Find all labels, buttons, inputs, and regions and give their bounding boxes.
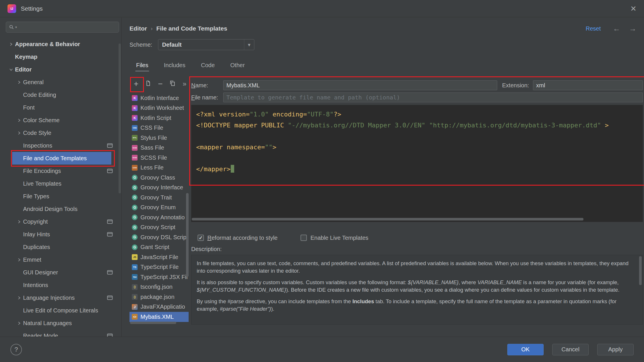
sidebar-item-code-style[interactable]: Code Style <box>0 127 121 139</box>
template-item-stylus-file[interactable]: STYLStylus File <box>129 133 189 143</box>
ok-button[interactable]: OK <box>507 344 544 355</box>
sidebar-item-inspections[interactable]: Inspections <box>0 139 121 152</box>
sidebar-item-live-edit-of-compose-literals[interactable]: Live Edit of Compose Literals <box>0 304 121 317</box>
search-input[interactable] <box>18 24 116 31</box>
sidebar-item-appearance-behavior[interactable]: Appearance & Behavior <box>0 38 121 50</box>
sidebar-item-file-types[interactable]: File Types <box>0 190 121 203</box>
groovy-file-icon: G <box>132 205 138 210</box>
sidebar-item-intentions[interactable]: Intentions <box>0 279 121 291</box>
template-item-label: Less File <box>140 164 164 171</box>
back-arrow-icon[interactable]: ← <box>613 25 620 32</box>
chevron-right-icon[interactable] <box>15 295 23 301</box>
chevron-right-icon[interactable] <box>15 79 23 85</box>
sidebar-item-code-editing[interactable]: Code Editing <box>0 88 121 101</box>
close-icon[interactable]: ✕ <box>630 5 637 12</box>
scheme-dropdown[interactable]: Default ▼ <box>158 39 254 50</box>
extension-input[interactable] <box>533 80 643 90</box>
chevron-right-icon[interactable] <box>15 117 23 123</box>
sidebar-item-language-injections[interactable]: Language Injections <box>0 291 121 304</box>
template-item-label: Groovy DSL Scrip <box>140 234 186 241</box>
search-history-arrow-icon[interactable]: ▾ <box>15 25 17 29</box>
tab-code[interactable]: Code <box>200 59 216 72</box>
template-item-groovy-script[interactable]: GGroovy Script <box>129 223 189 233</box>
template-item-javascript-file[interactable]: JSJavaScript File <box>129 252 189 262</box>
tab-includes[interactable]: Includes <box>163 59 186 72</box>
enable-live-templates-checkbox[interactable] <box>301 235 307 241</box>
template-item-less-file[interactable]: LESSLess File <box>129 163 189 173</box>
sidebar-item-editor[interactable]: Editor <box>0 63 121 76</box>
template-item-scss-file[interactable]: SASSSCSS File <box>129 153 189 163</box>
template-list-horizontal-scrollbar[interactable] <box>130 322 176 324</box>
copy-template-button[interactable] <box>168 79 177 89</box>
forward-arrow-icon[interactable]: → <box>629 25 637 32</box>
chevron-right-icon[interactable] <box>15 219 23 225</box>
file-name-input[interactable] <box>223 93 643 102</box>
sidebar-item-duplicates[interactable]: Duplicates <box>0 241 121 253</box>
sidebar-item-keymap[interactable]: Keymap <box>0 50 121 63</box>
sidebar-item-gui-designer[interactable]: GUI Designer <box>0 266 121 279</box>
template-item-label: Groovy Trait <box>140 194 172 201</box>
reformat-checkbox[interactable] <box>198 235 204 241</box>
more-actions-button[interactable]: » <box>180 79 189 89</box>
template-item-gant-script[interactable]: GGant Script <box>129 242 189 252</box>
sidebar-item-color-scheme[interactable]: Color Scheme <box>0 114 121 127</box>
reset-link[interactable]: Reset <box>586 25 601 32</box>
sidebar-item-emmet[interactable]: Emmet <box>0 253 121 266</box>
apply-button[interactable]: Apply <box>597 344 634 355</box>
template-code-editor[interactable]: <?xml version="1.0" encoding="UTF-8"?><!… <box>191 105 643 222</box>
breadcrumb-editor[interactable]: Editor <box>129 25 147 32</box>
template-item-javafxapplicatio[interactable]: JJavaFXApplicatio <box>129 302 189 312</box>
editor-horizontal-scrollbar[interactable] <box>192 218 583 220</box>
chevron-right-icon[interactable] <box>15 130 23 136</box>
template-item-groovy-dsl-scrip[interactable]: GGroovy DSL Scrip <box>129 232 189 242</box>
chevron-down-icon[interactable]: ▼ <box>244 39 254 50</box>
sidebar-item-file-and-code-templates[interactable]: File and Code Templates <box>0 152 121 165</box>
breadcrumb: Editor › File and Code Templates Reset ←… <box>129 23 637 34</box>
template-item-package-json[interactable]: {}package.json <box>129 292 189 302</box>
search-field[interactable]: ▾ <box>6 22 119 33</box>
add-template-button[interactable]: + <box>132 79 140 89</box>
sidebar-item-file-encodings[interactable]: File Encodings <box>0 165 121 177</box>
template-item-kotlin-worksheet[interactable]: KKotlin Worksheet <box>129 103 189 113</box>
template-item-typescript-jsx-fil[interactable]: TSXTypeScript JSX Fil <box>129 272 189 282</box>
help-button[interactable]: ? <box>10 344 22 355</box>
template-item-groovy-interface[interactable]: GGroovy Interface <box>129 183 189 193</box>
template-item-kotlin-interface[interactable]: KKotlin Interface <box>129 93 189 103</box>
chevron-down-icon[interactable] <box>7 67 15 72</box>
template-item-groovy-class[interactable]: GGroovy Class <box>129 173 189 183</box>
sidebar-item-inlay-hints[interactable]: Inlay Hints <box>0 228 121 241</box>
template-item-sass-file[interactable]: SASSSass File <box>129 143 189 153</box>
template-item-tsconfig-json[interactable]: {}tsconfig.json <box>129 282 189 292</box>
remove-template-button[interactable]: − <box>156 79 165 89</box>
template-list-toolbar: +−» <box>132 78 189 89</box>
code-line <box>196 153 643 164</box>
code-line <box>196 131 643 142</box>
cancel-button[interactable]: Cancel <box>552 344 589 355</box>
sidebar-item-natural-languages[interactable]: Natural Languages <box>0 317 121 329</box>
chevron-right-icon[interactable] <box>7 41 15 47</box>
sidebar-item-copyright[interactable]: Copyright <box>0 215 121 228</box>
tab-files[interactable]: Files <box>135 59 149 72</box>
template-item-groovy-trait[interactable]: GGroovy Trait <box>129 193 189 203</box>
create-child-template-button[interactable] <box>144 79 153 89</box>
chevron-right-icon[interactable] <box>15 320 23 326</box>
sidebar-scrollbar[interactable] <box>119 44 121 193</box>
template-item-typescript-file[interactable]: TSTypeScript File <box>129 262 189 272</box>
template-name-input[interactable] <box>223 80 497 90</box>
sidebar-item-reader-mode[interactable]: Reader Mode <box>0 329 121 337</box>
template-item-mybatis-xml[interactable]: <>Mybatis.XML <box>129 312 189 322</box>
template-list-vertical-scrollbar[interactable] <box>186 193 189 277</box>
template-item-kotlin-script[interactable]: KKotlin Script <box>129 113 189 123</box>
sidebar-item-live-templates[interactable]: Live Templates <box>0 177 121 190</box>
tab-other[interactable]: Other <box>230 59 246 72</box>
sidebar-item-font[interactable]: Font <box>0 101 121 114</box>
template-item-css-file[interactable]: CSSCSS File <box>129 123 189 133</box>
chevron-right-icon[interactable] <box>15 257 23 263</box>
template-item-groovy-enum[interactable]: GGroovy Enum <box>129 203 189 213</box>
sidebar-item-general[interactable]: General <box>0 76 121 88</box>
sidebar-item-android-design-tools[interactable]: Android Design Tools <box>0 203 121 215</box>
settings-scope-icon <box>107 270 113 275</box>
groovy-file-icon: G <box>132 185 138 191</box>
description-scrollbar[interactable] <box>639 256 642 285</box>
template-item-groovy-annotatio[interactable]: GGroovy Annotatio <box>129 212 189 223</box>
